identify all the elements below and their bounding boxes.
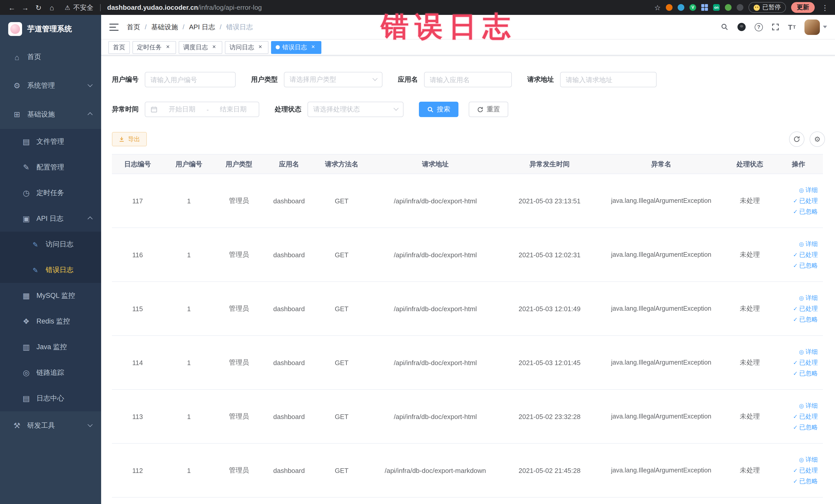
github-icon[interactable] [737, 23, 746, 31]
detail-link[interactable]: ◎详细 [799, 347, 818, 356]
mark-ignored-link[interactable]: ✓已忽略 [793, 261, 818, 270]
sidebar-menu: ⌂ 首页 ⚙ 系统管理 ⊞ 基础设施 ▤ 文件管理 [0, 43, 101, 440]
breadcrumb-item[interactable]: API 日志 [189, 22, 215, 32]
mark-ignored-link[interactable]: ✓已忽略 [793, 369, 818, 378]
mark-processed-link[interactable]: ✓已处理 [793, 412, 818, 421]
col-log-id: 日志编号 [112, 159, 163, 169]
sidebar-item-access-log[interactable]: ✎ 访问日志 [0, 231, 101, 257]
mark-ignored-link[interactable]: ✓已忽略 [793, 315, 818, 324]
api-log-submenu: ✎ 访问日志 ✎ 错误日志 [0, 231, 101, 283]
tab-home[interactable]: 首页 [108, 41, 130, 54]
browser-menu-icon[interactable]: ⋮ [820, 3, 830, 12]
breadcrumb-item[interactable]: 首页 [127, 22, 140, 32]
extension-icon-orange[interactable] [666, 4, 673, 11]
app-name-input[interactable] [424, 72, 512, 87]
mark-processed-link[interactable]: ✓已处理 [793, 466, 818, 475]
refresh-table-button[interactable] [789, 132, 805, 147]
cell-request-url: /api/infra/db-doc/export-html [369, 251, 502, 259]
tab-error-log[interactable]: 错误日志 × [271, 41, 321, 54]
tab-access-log[interactable]: 访问日志 × [225, 41, 268, 54]
mark-processed-link[interactable]: ✓已处理 [793, 358, 818, 367]
search-button[interactable]: 搜索 [419, 102, 459, 117]
address-bar[interactable]: ⚠ 不安全 dashboard.yudao.iocoder.cn/infra/l… [65, 3, 262, 12]
browser-home-button[interactable]: ⌂ [45, 3, 59, 12]
reset-button[interactable]: 重置 [469, 102, 508, 117]
sidebar-item-config-management[interactable]: ✎ 配置管理 [0, 155, 101, 180]
sidebar-item-dev-tools[interactable]: ⚒ 研发工具 [0, 411, 101, 440]
column-settings-button[interactable]: ⚙ [810, 132, 825, 147]
extension-icon-grid[interactable] [701, 4, 708, 11]
cell-log-id: 113 [112, 412, 163, 420]
extension-icon-green-v[interactable]: V [690, 4, 696, 11]
breadcrumb-separator: / [220, 23, 222, 31]
help-icon[interactable]: ? [755, 23, 763, 31]
user-type-select[interactable]: 请选择用户类型 [284, 72, 383, 87]
avatar-image [805, 19, 820, 35]
col-request-url: 请求地址 [369, 159, 502, 169]
sidebar-item-redis-monitor[interactable]: ❖ Redis 监控 [0, 309, 101, 334]
export-button-label: 导出 [128, 135, 140, 143]
sidebar-collapse-icon[interactable] [109, 23, 119, 31]
eye-icon: ◎ [21, 368, 32, 378]
bookmark-star-icon[interactable]: ☆ [654, 3, 661, 12]
mark-processed-link[interactable]: ✓已处理 [793, 304, 818, 313]
date-range-picker[interactable]: 开始日期 - 结束日期 [145, 102, 259, 117]
close-icon[interactable]: × [164, 44, 171, 51]
export-button[interactable]: 导出 [112, 132, 147, 146]
app-logo[interactable]: 芋道管理系统 [0, 15, 101, 43]
mark-ignored-link[interactable]: ✓已忽略 [793, 207, 818, 216]
sidebar-item-scheduled-jobs[interactable]: ◷ 定时任务 [0, 180, 101, 206]
close-icon[interactable]: × [309, 44, 317, 51]
col-exception-time: 异常发生时间 [502, 159, 597, 169]
request-url-input[interactable] [560, 72, 657, 87]
browser-back-button[interactable]: ← [5, 3, 19, 12]
sidebar-item-infrastructure[interactable]: ⊞ 基础设施 [0, 100, 101, 129]
profile-paused-chip[interactable]: 已暂停 [749, 2, 786, 13]
search-button-label: 搜索 [437, 105, 450, 114]
breadcrumb-separator: / [145, 23, 147, 31]
cell-user-id: 1 [163, 466, 215, 474]
tab-scheduled-jobs[interactable]: 定时任务 × [133, 41, 176, 54]
check-icon: ✓ [793, 251, 798, 258]
sidebar-item-error-log[interactable]: ✎ 错误日志 [0, 257, 101, 283]
sidebar-item-java-monitor[interactable]: ▥ Java 监控 [0, 334, 101, 360]
fullscreen-icon[interactable] [772, 23, 779, 31]
user-avatar[interactable] [805, 19, 827, 35]
mark-processed-link[interactable]: ✓已处理 [793, 250, 818, 259]
browser-reload-button[interactable]: ↻ [32, 3, 45, 12]
breadcrumb-item[interactable]: 基础设施 [151, 22, 178, 32]
font-size-icon[interactable]: TT [788, 23, 796, 31]
sidebar-item-mysql-monitor[interactable]: ▦ MySQL 监控 [0, 283, 101, 309]
mark-ignored-link[interactable]: ✓已忽略 [793, 423, 818, 431]
browser-update-button[interactable]: 更新 [791, 2, 815, 13]
sidebar-item-system-management[interactable]: ⚙ 系统管理 [0, 72, 101, 100]
sidebar-item-log-center[interactable]: ▤ 日志中心 [0, 386, 101, 411]
process-status-select[interactable]: 请选择处理状态 [307, 102, 404, 117]
sidebar-item-home[interactable]: ⌂ 首页 [0, 43, 101, 72]
check-icon: ✓ [793, 424, 798, 430]
mark-processed-link[interactable]: ✓已处理 [793, 196, 818, 205]
detail-link[interactable]: ◎详细 [799, 294, 818, 302]
browser-forward-button[interactable]: → [19, 3, 32, 12]
sidebar-item-api-log[interactable]: ▣ API 日志 [0, 206, 101, 231]
close-icon[interactable]: × [210, 44, 218, 51]
start-date-placeholder: 开始日期 [162, 105, 203, 114]
detail-link[interactable]: ◎详细 [799, 401, 818, 410]
extension-icon-leaf[interactable] [725, 4, 732, 11]
detail-link[interactable]: ◎详细 [799, 240, 818, 248]
detail-link[interactable]: ◎详细 [799, 455, 818, 464]
sidebar-item-trace[interactable]: ◎ 链路追踪 [0, 360, 101, 386]
cell-user-id: 1 [163, 359, 215, 366]
extension-icon-paw[interactable] [737, 4, 744, 11]
extension-icon-on-badge[interactable]: on [713, 4, 720, 11]
tab-schedule-log[interactable]: 调度日志 × [179, 41, 222, 54]
detail-link[interactable]: ◎详细 [799, 186, 818, 194]
sidebar-item-file-management[interactable]: ▤ 文件管理 [0, 129, 101, 155]
close-icon[interactable]: × [257, 44, 264, 51]
user-id-input[interactable] [145, 72, 236, 87]
mark-ignored-link[interactable]: ✓已忽略 [793, 477, 818, 485]
extension-icon-blue-drop[interactable] [678, 4, 684, 11]
sidebar-item-label: 链路追踪 [37, 368, 64, 378]
cell-request-url: /api/infra/db-doc/export-html [369, 197, 502, 205]
search-icon[interactable] [721, 23, 729, 31]
